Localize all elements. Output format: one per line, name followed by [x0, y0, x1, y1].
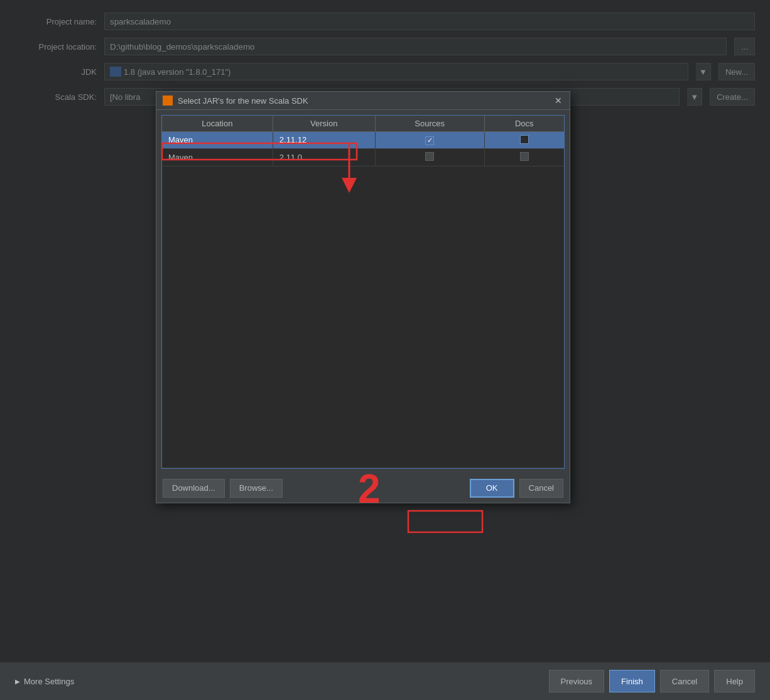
- row1-location: Maven: [162, 132, 273, 149]
- bottom-buttons: Previous Finish Cancel Help: [549, 670, 755, 692]
- docs-checkbox-dark: [520, 135, 529, 144]
- bottom-bar: ▶ More Settings Previous Finish Cancel H…: [0, 662, 770, 700]
- row2-docs[interactable]: [484, 148, 564, 166]
- more-settings-toggle[interactable]: ▶ More Settings: [15, 677, 74, 686]
- dialog-footer: Download... Browse... OK Cancel: [156, 474, 570, 503]
- col-location: Location: [162, 116, 273, 132]
- row2-sources[interactable]: [375, 148, 484, 166]
- sources-checkbox-unchecked: [425, 152, 434, 161]
- cancel-button[interactable]: Cancel: [660, 670, 709, 692]
- jar-table: Location Version Sources Docs Maven 2.11…: [162, 116, 564, 468]
- dialog-table-wrapper: Location Version Sources Docs Maven 2.11…: [161, 115, 565, 469]
- row1-version: 2.11.12: [273, 132, 375, 149]
- col-docs: Docs: [484, 116, 564, 132]
- ok-button[interactable]: OK: [470, 479, 514, 498]
- browse-button[interactable]: Browse...: [230, 479, 283, 498]
- col-sources: Sources: [375, 116, 484, 132]
- row1-docs[interactable]: [484, 132, 564, 149]
- more-settings-arrow-icon: ▶: [15, 678, 20, 685]
- table-row[interactable]: Maven 2.11.0: [162, 148, 564, 166]
- table-empty: [162, 166, 564, 468]
- cancel-button[interactable]: Cancel: [519, 479, 563, 498]
- dialog-title-icon: [163, 96, 173, 106]
- docs-checkbox-unchecked: [520, 152, 529, 161]
- download-button[interactable]: Download...: [163, 479, 225, 498]
- dialog-close-button[interactable]: ✕: [553, 96, 563, 106]
- dialog-title-text: Select JAR's for the new Scala SDK: [178, 96, 548, 106]
- col-version: Version: [273, 116, 375, 132]
- row2-location: Maven: [162, 148, 273, 166]
- dialog-titlebar: Select JAR's for the new Scala SDK ✕: [156, 92, 570, 110]
- previous-button[interactable]: Previous: [549, 670, 605, 692]
- select-jar-dialog: Select JAR's for the new Scala SDK ✕ Loc…: [156, 91, 570, 503]
- finish-button[interactable]: Finish: [609, 670, 655, 692]
- help-button[interactable]: Help: [714, 670, 755, 692]
- table-row[interactable]: Maven 2.11.12 ✓: [162, 132, 564, 149]
- row1-sources[interactable]: ✓: [375, 132, 484, 149]
- row2-version: 2.11.0: [273, 148, 375, 166]
- more-settings-label: More Settings: [24, 677, 74, 686]
- sources-checkbox-checked: ✓: [425, 136, 434, 145]
